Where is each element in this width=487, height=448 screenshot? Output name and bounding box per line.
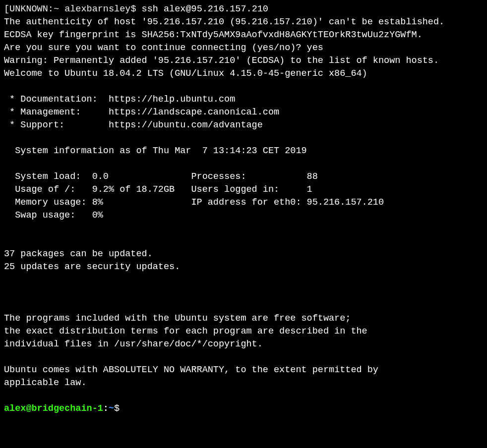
remote-dollar: $ — [114, 403, 120, 414]
sysinfo-row: Usage of /: 9.2% of 18.72GB Users logged… — [4, 184, 312, 195]
sysinfo-header: System information as of Thu Mar 7 13:14… — [4, 146, 307, 156]
remote-path: ~ — [109, 403, 114, 414]
prompt-user: alexbarnsley — [64, 4, 130, 14]
welcome-line: Welcome to Ubuntu 18.04.2 LTS (GNU/Linux… — [4, 68, 367, 79]
warning-line: Warning: Permanently added '95.216.157.2… — [4, 56, 439, 66]
prompt-sep: : — [48, 4, 54, 14]
authenticity-line: The authenticity of host '95.216.157.210… — [4, 17, 444, 27]
support-link-line: * Support: https://ubuntu.com/advantage — [4, 120, 263, 130]
legal-line: the exact distribution terms for each pr… — [4, 326, 367, 336]
legal-line: applicable law. — [4, 378, 87, 388]
documentation-link-line: * Documentation: https://help.ubuntu.com — [4, 94, 235, 105]
legal-line: individual files in /usr/share/doc/*/cop… — [4, 339, 263, 349]
typed-command: ssh alex@95.216.157.210 — [142, 4, 268, 14]
prompt-dollar: $ — [130, 4, 136, 14]
remote-user-host: alex@bridgechain-1 — [4, 403, 103, 414]
terminal-output[interactable]: [UNKNOWN:~ alexbarnsley$ ssh alex@95.216… — [0, 0, 487, 418]
sysinfo-row: Memory usage: 8% IP address for eth0: 95… — [4, 197, 384, 208]
sysinfo-row: Swap usage: 0% — [4, 210, 103, 221]
updates-line: 37 packages can be updated. — [4, 249, 153, 259]
prompt-path: ~ — [54, 4, 59, 14]
legal-line: The programs included with the Ubuntu sy… — [4, 313, 351, 324]
legal-line: Ubuntu comes with ABSOLUTELY NO WARRANTY… — [4, 365, 378, 375]
local-prompt: [UNKNOWN:~ alexbarnsley$ — [4, 4, 136, 14]
fingerprint-line: ECDSA key fingerprint is SHA256:TxNTdy5A… — [4, 30, 423, 40]
remote-prompt[interactable]: alex@bridgechain-1:~$ — [4, 403, 120, 414]
prompt-bracket: [ — [4, 4, 9, 14]
sysinfo-row: System load: 0.0 Processes: 88 — [4, 171, 318, 182]
management-link-line: * Management: https://landscape.canonica… — [4, 107, 279, 117]
updates-line: 25 updates are security updates. — [4, 262, 180, 272]
remote-colon: : — [103, 403, 109, 414]
prompt-sp — [59, 4, 64, 14]
prompt-host: UNKNOWN — [9, 4, 48, 14]
confirm-line: Are you sure you want to continue connec… — [4, 43, 323, 53]
